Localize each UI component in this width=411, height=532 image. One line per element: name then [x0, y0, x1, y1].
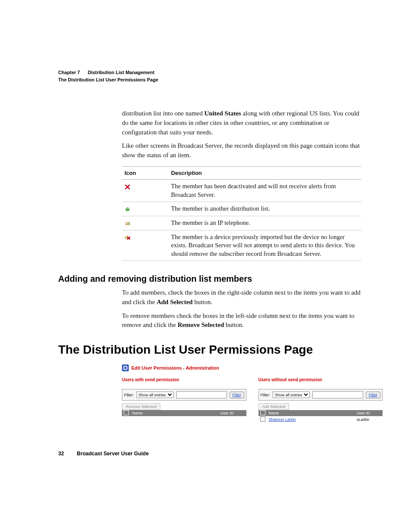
table-cell: The member is a device previously import…	[168, 230, 361, 261]
svg-point-0	[126, 208, 130, 212]
table-header: Name User ID	[258, 410, 383, 416]
distribution-list-icon	[125, 206, 131, 212]
table-row: The member is an IP telephone.	[122, 216, 361, 230]
permissions-screenshot: Edit User Permissions - Administration U…	[122, 364, 324, 423]
chapter-label: Chapter 7	[58, 70, 80, 75]
row-user-id: sLarkin	[355, 417, 383, 422]
svg-rect-6	[129, 221, 130, 225]
icon-cell	[122, 202, 168, 216]
document-page: Chapter 7Distribution List Management Th…	[0, 0, 411, 532]
svg-point-1	[126, 208, 127, 209]
ip-phone-icon	[125, 221, 131, 227]
table-row: Shannon Larkin sLarkin	[258, 416, 383, 423]
select-all-checkbox[interactable]	[260, 410, 265, 415]
running-header: Chapter 7Distribution List Management Th…	[58, 69, 361, 83]
header-user-id: User ID	[219, 411, 246, 415]
icon-cell	[122, 180, 168, 202]
filter-input[interactable]	[312, 391, 363, 398]
body-column: To add members, check the boxes in the r…	[122, 288, 361, 330]
text-run-bold: Remove Selected	[177, 321, 224, 328]
filter-bar: Filter: Show all entries Filter	[258, 389, 383, 401]
table-header: Name User ID	[122, 410, 246, 416]
filter-select[interactable]: Show all entries	[137, 392, 174, 398]
permissions-page-icon	[122, 364, 129, 371]
add-selected-button[interactable]: Add Selected	[258, 403, 290, 410]
missing-device-icon	[125, 234, 131, 240]
filter-label: Filter:	[124, 393, 134, 397]
text-run: button.	[193, 299, 212, 305]
icon-cell	[122, 230, 168, 261]
header-checkbox-cell	[258, 410, 267, 416]
table-cell: The member has been deactivated and will…	[168, 180, 361, 202]
row-checkbox[interactable]	[260, 417, 265, 422]
page-number: 32	[58, 451, 75, 457]
filter-bar: Filter: Show all entries Filter	[122, 389, 246, 401]
table-header-description: Description	[168, 166, 361, 180]
table-cell: The member is an IP telephone.	[168, 216, 361, 230]
paragraph: To add members, check the boxes in the r…	[122, 288, 361, 307]
svg-rect-8	[125, 236, 127, 238]
row-name-link[interactable]: Shannon Larkin	[267, 417, 355, 422]
header-checkbox-cell	[122, 410, 131, 416]
table-row: The member is a device previously import…	[122, 230, 361, 261]
paragraph: Like other screens in Broadcast Server, …	[122, 141, 361, 160]
remove-selected-button[interactable]: Remove Selected	[122, 403, 160, 410]
icon-cell	[122, 216, 168, 230]
header-name: Name	[267, 411, 355, 415]
pane-without-permission: Users without send permission Filter: Sh…	[258, 377, 383, 423]
section-heading: Adding and removing distribution list me…	[58, 274, 361, 284]
paragraph: distribution list into one named United …	[122, 109, 361, 137]
screenshot-title: Edit User Permissions - Administration	[131, 365, 219, 370]
pane-caption: Users with send permission	[122, 377, 246, 382]
filter-select[interactable]: Show all entries	[273, 392, 310, 398]
svg-rect-5	[126, 222, 128, 224]
page-footer: 32 Broadcast Server User Guide	[58, 451, 149, 457]
header-user-id: User ID	[355, 411, 383, 415]
page-context: The Distribution List User Permissions P…	[58, 76, 361, 84]
table-cell: The member is another distribution list.	[168, 202, 361, 216]
pane-caption: Users without send permission	[258, 377, 383, 382]
pane-with-permission: Users with send permission Filter: Show …	[122, 377, 246, 423]
table-header-icon: Icon	[122, 166, 168, 180]
table-row: The member is another distribution list.	[122, 202, 361, 216]
filter-label: Filter:	[261, 393, 271, 397]
svg-point-2	[128, 208, 129, 209]
filter-button[interactable]: Filter	[230, 392, 244, 398]
header-name: Name	[131, 411, 219, 415]
body-column: distribution list into one named United …	[122, 109, 361, 261]
text-run-bold: Add Selected	[156, 299, 193, 305]
text-run: button.	[224, 321, 244, 328]
paragraph: To remove members check the boxes in the…	[122, 311, 361, 330]
page-title: The Distribution List User Permissions P…	[58, 343, 361, 357]
chapter-title: Distribution List Management	[88, 70, 155, 75]
filter-input[interactable]	[176, 391, 227, 398]
table-row: The member has been deactivated and will…	[122, 180, 361, 202]
text-run: distribution list into one named	[122, 110, 204, 117]
icon-description-table: Icon Description The member has been dea…	[122, 166, 361, 261]
filter-button[interactable]: Filter	[366, 392, 380, 398]
svg-point-3	[127, 210, 128, 211]
row-checkbox-cell	[258, 417, 267, 423]
text-run-bold: United States	[204, 110, 241, 117]
select-all-checkbox[interactable]	[124, 410, 129, 415]
deactivated-icon	[125, 184, 131, 190]
footer-doc-title: Broadcast Server User Guide	[77, 451, 149, 457]
